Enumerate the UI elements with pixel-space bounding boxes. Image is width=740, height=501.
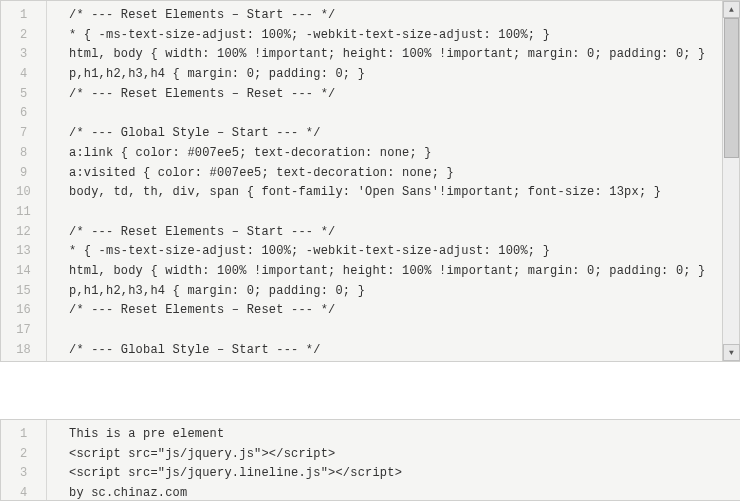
code-line: * { -ms-text-size-adjust: 100%; -webkit-… (69, 26, 739, 46)
code-line: /* --- Reset Elements – Start --- */ (69, 223, 739, 243)
code-line: /* --- Global Style – Start --- */ (69, 124, 739, 144)
code-editor-top: 123456789101112131415161718 /* --- Reset… (0, 0, 740, 362)
line-number: 2 (1, 26, 46, 46)
line-number: 16 (1, 301, 46, 321)
line-number: 4 (1, 65, 46, 85)
code-line: a:link { color: #007ee5; text-decoration… (69, 144, 739, 164)
line-number: 3 (1, 45, 46, 65)
line-number: 11 (1, 203, 46, 223)
line-number: 8 (1, 144, 46, 164)
code-line: body, td, th, div, span { font-family: '… (69, 183, 739, 203)
line-number: 14 (1, 262, 46, 282)
code-line (69, 321, 739, 341)
line-number: 15 (1, 282, 46, 302)
code-line: p,h1,h2,h3,h4 { margin: 0; padding: 0; } (69, 65, 739, 85)
code-line: html, body { width: 100% !important; hei… (69, 45, 739, 65)
code-area-bottom[interactable]: This is a pre element<script src="js/jqu… (47, 420, 740, 500)
code-line: * { -ms-text-size-adjust: 100%; -webkit-… (69, 242, 739, 262)
code-line: This is a pre element (69, 425, 740, 445)
line-number: 5 (1, 85, 46, 105)
code-line: <script src="js/jquery.lineline.js"></sc… (69, 464, 740, 484)
scrollbar[interactable]: ▲ ▼ (722, 1, 739, 361)
code-line: <script src="js/jquery.js"></script> (69, 445, 740, 465)
line-number: 18 (1, 341, 46, 361)
triangle-down-icon: ▼ (729, 348, 734, 357)
line-number: 6 (1, 104, 46, 124)
line-number: 3 (1, 464, 46, 484)
code-line: /* --- Reset Elements – Start --- */ (69, 6, 739, 26)
code-line: /* --- Global Style – Start --- */ (69, 341, 739, 361)
line-number: 13 (1, 242, 46, 262)
code-line: html, body { width: 100% !important; hei… (69, 262, 739, 282)
code-line: /* --- Reset Elements – Reset --- */ (69, 301, 739, 321)
line-number: 7 (1, 124, 46, 144)
line-number: 1 (1, 6, 46, 26)
code-line: by sc.chinaz.com (69, 484, 740, 500)
code-line: /* --- Reset Elements – Reset --- */ (69, 85, 739, 105)
code-line: a:visited { color: #007ee5; text-decorat… (69, 164, 739, 184)
line-number: 12 (1, 223, 46, 243)
line-number: 2 (1, 445, 46, 465)
scroll-down-button[interactable]: ▼ (723, 344, 740, 361)
code-area-top[interactable]: /* --- Reset Elements – Start --- */* { … (47, 1, 739, 361)
code-editor-bottom: 1234 This is a pre element<script src="j… (0, 419, 740, 501)
code-line: p,h1,h2,h3,h4 { margin: 0; padding: 0; } (69, 282, 739, 302)
line-number: 17 (1, 321, 46, 341)
code-line (69, 203, 739, 223)
line-number: 4 (1, 484, 46, 501)
scroll-thumb[interactable] (724, 18, 739, 158)
triangle-up-icon: ▲ (729, 5, 734, 14)
code-line (69, 104, 739, 124)
gutter-bottom: 1234 (1, 420, 47, 500)
line-number: 10 (1, 183, 46, 203)
scroll-up-button[interactable]: ▲ (723, 1, 740, 18)
line-number: 1 (1, 425, 46, 445)
gutter-top: 123456789101112131415161718 (1, 1, 47, 361)
line-number: 9 (1, 164, 46, 184)
